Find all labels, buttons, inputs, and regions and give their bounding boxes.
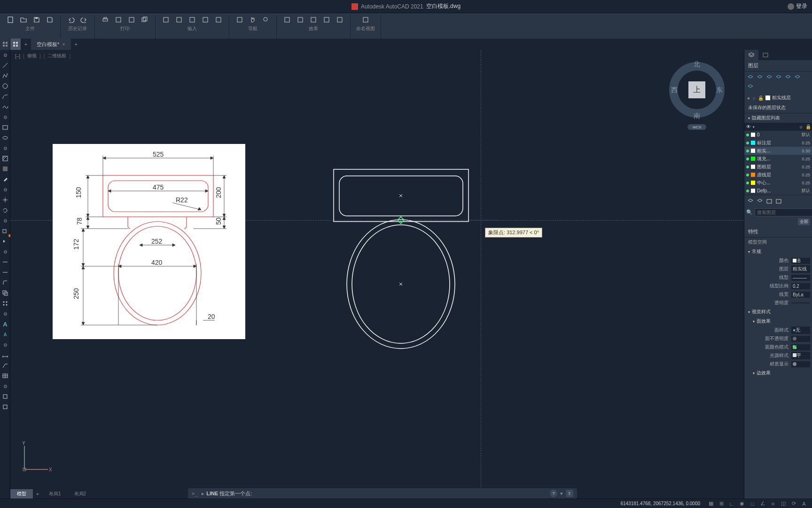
dim-tool-icon[interactable] bbox=[0, 350, 10, 360]
prop-layer[interactable]: 粗实线 bbox=[791, 265, 810, 273]
saveas-icon[interactable] bbox=[45, 15, 55, 24]
gear-icon-3[interactable]: ⚙ bbox=[0, 143, 10, 153]
mtext-tool-icon[interactable]: A bbox=[0, 329, 10, 340]
hatch-tool-icon[interactable] bbox=[0, 153, 10, 164]
unsaved-state-label[interactable]: 未保存的图层状态 bbox=[744, 103, 812, 113]
blocks-tab-icon[interactable] bbox=[758, 50, 773, 60]
status-ortho-icon[interactable]: ∟ bbox=[727, 500, 736, 508]
prop-color[interactable]: B bbox=[791, 258, 810, 264]
layer-tool-2[interactable] bbox=[756, 73, 764, 82]
edge-effect-toggle[interactable]: ▾边效果 bbox=[744, 368, 812, 378]
prop-transp[interactable] bbox=[791, 302, 810, 303]
prop-facecolor[interactable] bbox=[791, 344, 810, 350]
prop-ltscale[interactable]: 0.2 bbox=[791, 283, 810, 289]
spline-tool-icon[interactable] bbox=[0, 102, 10, 112]
circle-tool-icon[interactable] bbox=[0, 81, 10, 91]
general-section-toggle[interactable]: ▾常规 bbox=[744, 247, 812, 256]
paint-tool-icon[interactable] bbox=[0, 174, 10, 184]
layer-tool-5[interactable] bbox=[784, 73, 792, 82]
plot-icon[interactable] bbox=[127, 15, 136, 24]
filter-all-button[interactable]: 全部 bbox=[798, 218, 810, 225]
gear-icon-4[interactable]: ⚙ bbox=[0, 184, 10, 195]
layer-tool-3[interactable] bbox=[765, 73, 773, 82]
status-cycling-icon[interactable]: ⟳ bbox=[789, 500, 798, 508]
status-polar-icon[interactable]: ◉ bbox=[738, 500, 746, 508]
new-file-icon[interactable] bbox=[6, 15, 15, 24]
table-tool-icon[interactable] bbox=[0, 371, 10, 381]
fillet-tool-icon[interactable] bbox=[0, 278, 10, 288]
status-lwt-icon[interactable]: ≡ bbox=[769, 500, 777, 508]
tab-plus[interactable]: + bbox=[71, 41, 81, 47]
ellipse-tool-icon[interactable] bbox=[0, 133, 10, 143]
layer-search-input[interactable] bbox=[755, 208, 812, 216]
import4-icon[interactable] bbox=[201, 15, 210, 24]
layers-tab-icon[interactable] bbox=[744, 50, 758, 60]
print-icon[interactable] bbox=[101, 15, 110, 24]
cmdline-help-icon[interactable]: ? bbox=[550, 490, 557, 497]
file-tab[interactable]: 空白模板* × bbox=[31, 39, 71, 50]
model-tab[interactable]: 模型 bbox=[10, 489, 33, 499]
gear-icon[interactable]: ⚙ bbox=[0, 50, 10, 60]
gear-icon-7[interactable]: ⚙ bbox=[0, 309, 10, 319]
cmdline-share-icon[interactable]: ⇪ bbox=[566, 490, 573, 497]
status-snap-icon[interactable]: ⊞ bbox=[717, 500, 726, 508]
prop-lweight[interactable]: ByLa bbox=[791, 292, 810, 298]
delete-layer-icon[interactable] bbox=[756, 197, 764, 206]
gradient-tool-icon[interactable] bbox=[0, 164, 10, 174]
named-view-icon[interactable] bbox=[361, 15, 370, 24]
text-tool-icon[interactable]: A bbox=[0, 319, 10, 329]
pan-icon[interactable] bbox=[235, 15, 244, 24]
prop-facestyle[interactable]: ●无 bbox=[791, 326, 810, 334]
offset-tool-icon[interactable] bbox=[0, 288, 10, 298]
mirror-tool-icon[interactable] bbox=[0, 236, 10, 246]
status-anno-icon[interactable]: A bbox=[800, 500, 808, 508]
layer-row[interactable]: 标注层0.25 bbox=[744, 139, 812, 147]
move-tool-icon[interactable] bbox=[0, 195, 10, 205]
layout1-tab[interactable]: 布局1 bbox=[42, 489, 68, 499]
layer-tool-1[interactable] bbox=[746, 73, 755, 82]
layer-tool-4[interactable] bbox=[774, 73, 783, 82]
open-file-icon[interactable] bbox=[19, 15, 28, 24]
nav-hand-icon[interactable] bbox=[248, 15, 258, 24]
layer-tool-6[interactable] bbox=[793, 73, 802, 82]
polyline-tool-icon[interactable] bbox=[0, 71, 10, 81]
gear-icon-5[interactable]: ⚙ bbox=[0, 215, 10, 226]
layout-add-button[interactable]: + bbox=[33, 491, 42, 497]
fx5-icon[interactable] bbox=[335, 15, 344, 24]
visual-style-toggle[interactable]: ▾视觉样式 bbox=[744, 307, 812, 317]
fx4-icon[interactable] bbox=[322, 15, 331, 24]
prop-ltype[interactable]: ——— bbox=[791, 275, 810, 281]
undo-icon[interactable] bbox=[66, 15, 76, 24]
tab-plus-left[interactable]: + bbox=[21, 41, 31, 47]
prop-light[interactable]: 平 bbox=[791, 352, 810, 359]
rect-tool-icon[interactable] bbox=[0, 122, 10, 133]
layer-row[interactable]: 图框层0.25 bbox=[744, 163, 812, 171]
gear-icon-8[interactable]: ⚙ bbox=[0, 340, 10, 350]
new-layer-icon[interactable] bbox=[746, 197, 755, 206]
command-line[interactable]: >_ ▸ LINE 指定第一个点: ? ▾ ⇪ bbox=[188, 488, 577, 499]
line-tool-icon[interactable] bbox=[0, 60, 10, 71]
layer-states-icon[interactable] bbox=[774, 197, 783, 206]
zoom-icon[interactable] bbox=[261, 15, 271, 24]
gear-icon-6[interactable]: ⚙ bbox=[0, 246, 10, 257]
layout2-tab[interactable]: 布局2 bbox=[68, 489, 93, 499]
layer-row[interactable]: 填充...0.25 bbox=[744, 155, 812, 163]
tab-close-icon[interactable]: × bbox=[62, 41, 65, 47]
layer-row[interactable]: 粗实...0.30 bbox=[744, 147, 812, 155]
insert-tool-icon[interactable] bbox=[0, 402, 10, 412]
layer-tool-7[interactable] bbox=[746, 83, 755, 91]
prop-mat[interactable] bbox=[791, 361, 810, 367]
leader-tool-icon[interactable] bbox=[0, 360, 10, 371]
import3-icon[interactable] bbox=[187, 15, 197, 24]
layer-props-icon[interactable] bbox=[765, 197, 773, 206]
arc-tool-icon[interactable] bbox=[0, 91, 10, 102]
layer-row[interactable]: 0默认 bbox=[744, 131, 812, 139]
layer-row[interactable]: Defp...默认 bbox=[744, 187, 812, 195]
grid-tab-icon[interactable] bbox=[10, 39, 21, 50]
gear-icon-9[interactable]: ⚙ bbox=[0, 381, 10, 391]
import1-icon[interactable] bbox=[161, 15, 171, 24]
cmdline-dropdown-icon[interactable]: ▾ bbox=[560, 491, 563, 497]
current-layer-row[interactable]: ● ☼ 🔓 粗实线层 bbox=[744, 93, 812, 103]
gear-icon-2[interactable]: ⚙ bbox=[0, 112, 10, 122]
fx1-icon[interactable] bbox=[282, 15, 292, 24]
